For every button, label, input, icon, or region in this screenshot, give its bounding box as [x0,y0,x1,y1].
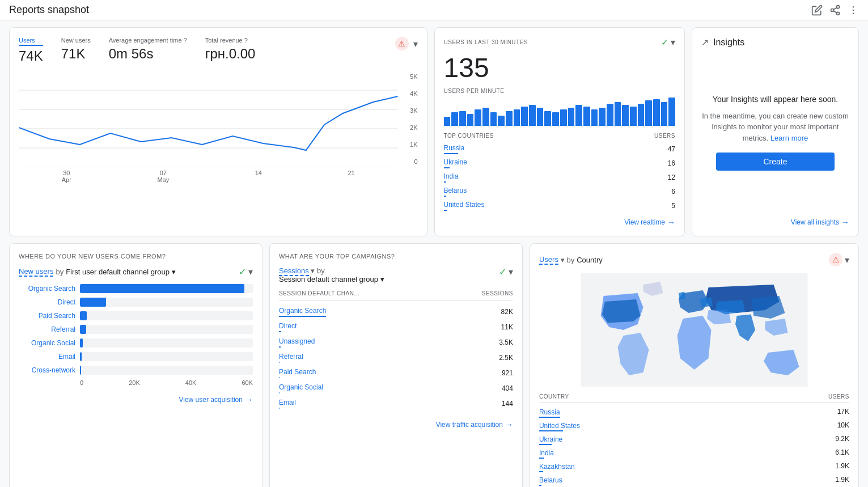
realtime-controls: ✓ ▾ [661,37,675,48]
bar-mini [622,105,629,126]
svg-point-2 [837,12,840,15]
map-controls: ⚠ ▾ [829,253,849,266]
country-name-val: Russia [444,143,465,154]
channel-name[interactable]: Paid Search [279,368,316,376]
map-country-name[interactable]: Russia [539,408,560,416]
channel-name[interactable]: Referral [279,353,303,361]
acq-dropdown-btn[interactable]: ▾ [248,266,253,277]
acq-channel-label[interactable]: Cross-network [19,366,75,374]
y-label-2k: 2K [401,124,418,131]
edit-icon[interactable] [811,5,823,16]
acq-bar-container [80,366,253,375]
new-users-filter[interactable]: New users [19,267,53,277]
map-country-name[interactable]: Kazakhstan [539,463,575,471]
sessions-value: 921 [502,369,513,377]
campaigns-table-row: Referral 2.5K [279,350,513,365]
col-sessions-header: SESSIONS [482,290,513,297]
map-bar [539,430,564,431]
map-country-row: Kazakhstan 1.9K [539,460,849,474]
svg-line-4 [833,7,837,9]
realtime-check-icon[interactable]: ✓ [661,37,668,48]
share-icon[interactable] [829,5,841,16]
bar-mini [653,99,660,126]
channel-cell: Email [279,398,296,409]
users-filter-map[interactable]: Users [539,255,558,265]
country-link[interactable]: United States [444,201,485,209]
learn-more-link[interactable]: Learn more [770,134,808,142]
bar-mini [490,112,497,126]
map-warning-icon[interactable]: ⚠ [829,253,842,266]
country-filter-map[interactable]: Country [577,256,603,264]
country-count: 6 [671,188,675,196]
acq-channel-label[interactable]: Email [19,353,75,361]
country-link[interactable]: Russia [444,144,465,152]
channel-name[interactable]: Organic Social [279,383,323,391]
map-dropdown-btn[interactable]: ▾ [845,255,849,265]
channel-name[interactable]: Direct [279,322,297,330]
campaigns-table-row: Organic Social 404 [279,380,513,396]
map-country-name[interactable]: Belarus [539,476,562,484]
revenue-help-icon[interactable]: ? [244,37,248,44]
acq-channel-label[interactable]: Organic Social [19,339,75,347]
sessions-value: 82K [501,308,513,316]
country-link[interactable]: India [444,172,459,180]
revenue-label: Total revenue ? [205,37,256,44]
chart-with-y-axis: 5K 4K 3K 2K 1K 0 [19,71,418,167]
map-country-row: India 6.1K [539,447,849,460]
map-table: COUNTRY USERS Russia 17K United States 1… [539,393,849,487]
bar-mini [668,98,675,126]
engagement-help-icon[interactable]: ? [184,37,187,44]
acq-bar-container [80,311,253,320]
x-axis-label: 40K [185,379,197,386]
bar-mini [459,111,466,126]
country-name-val: India [444,172,459,183]
bar-mini [575,105,582,126]
view-all-insights-link[interactable]: View all insights → [701,218,849,227]
dimension-filter-camp[interactable]: Session default channel group ▾ [279,275,384,283]
dimension-filter-acq[interactable]: First user default channel group ▾ [66,268,175,276]
channel-cell: Organic Search [279,306,326,317]
map-country-name[interactable]: United States [539,422,580,430]
engagement-label: Average engagement time ? [109,37,187,44]
acq-bar-fill [80,298,106,307]
map-country-name[interactable]: India [539,449,554,457]
new-users-metric: New users 71K [61,37,91,62]
campaigns-table: SESSION DEFAULT CHAN... SESSIONS Organic… [279,290,513,411]
channel-name[interactable]: Unassigned [279,337,315,345]
users-label[interactable]: Users [19,37,43,46]
map-country-val: 1.9K [835,476,849,486]
more-icon[interactable] [848,5,859,16]
camp-check-icon[interactable]: ✓ [499,266,506,277]
acq-check-icon[interactable]: ✓ [239,266,246,277]
create-insights-button[interactable]: Create [716,153,835,171]
acq-channel-label[interactable]: Paid Search [19,312,75,320]
country-row: Belarus6 [444,186,676,197]
view-traffic-acquisition-link[interactable]: View traffic acquisition → [279,420,513,429]
bar-mini [638,104,645,126]
acq-controls: ✓ ▾ [239,266,253,277]
map-country-name[interactable]: Ukraine [539,435,562,443]
channel-name[interactable]: Email [279,399,296,406]
country-bar [444,167,450,168]
realtime-dropdown-btn[interactable]: ▾ [671,37,675,48]
acq-channel-label[interactable]: Direct [19,298,75,306]
metrics-dropdown-btn[interactable]: ▾ [413,39,418,49]
channel-name[interactable]: Organic Search [279,307,326,315]
countries-list: Russia47Ukraine16India12Belarus6United S… [444,143,676,211]
top-countries-header: TOP COUNTRIES USERS [444,133,676,139]
map-country-rows: Russia 17K United States 10K Ukraine 9.2… [539,406,849,487]
campaigns-table-row: Paid Search 921 [279,365,513,380]
page-header: Reports snapshot [0,0,868,20]
campaigns-table-header: SESSION DEFAULT CHAN... SESSIONS [279,290,513,300]
view-user-acquisition-link[interactable]: View user acquisition → [19,395,253,404]
bar-mini [615,102,621,126]
acq-channel-label[interactable]: Organic Search [19,285,75,293]
view-realtime-link[interactable]: View realtime → [444,218,676,227]
country-link[interactable]: Ukraine [444,158,467,166]
new-users-label[interactable]: New users [61,37,91,44]
acq-channel-label[interactable]: Referral [19,325,75,333]
warning-icon[interactable]: ⚠ [395,37,409,50]
camp-dropdown-btn[interactable]: ▾ [509,266,513,277]
country-link[interactable]: Belarus [444,187,467,194]
channel-cell: Organic Social [279,383,323,393]
